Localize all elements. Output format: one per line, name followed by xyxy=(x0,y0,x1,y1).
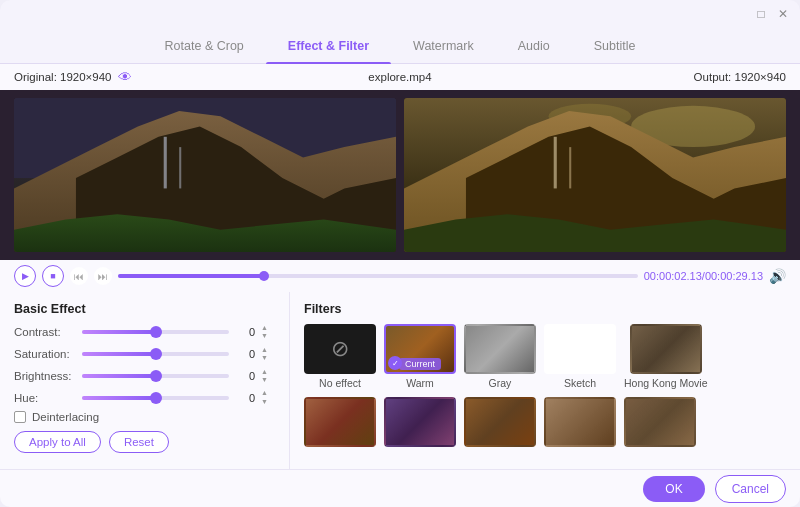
filter-thumb-sketch xyxy=(544,324,616,374)
filter-thumb-r3 xyxy=(384,397,456,447)
contrast-value: 0 xyxy=(235,326,255,338)
saturation-row: Saturation: 0 ▲▼ xyxy=(14,346,275,363)
ok-button[interactable]: OK xyxy=(643,476,704,502)
hue-slider[interactable] xyxy=(82,396,229,400)
saturation-value: 0 xyxy=(235,348,255,360)
filter-thumb-r4 xyxy=(464,397,536,447)
title-bar: □ ✕ xyxy=(0,0,800,28)
main-content: Basic Effect Contrast: 0 ▲▼ Saturation: … xyxy=(0,292,800,469)
filter-label-no-effect: No effect xyxy=(319,377,361,389)
reset-button[interactable]: Reset xyxy=(109,431,169,453)
contrast-row: Contrast: 0 ▲▼ xyxy=(14,324,275,341)
contrast-label: Contrast: xyxy=(14,326,76,338)
file-name: explore.mp4 xyxy=(368,71,431,83)
saturation-label: Saturation: xyxy=(14,348,76,360)
progress-fill xyxy=(118,274,264,278)
output-resolution: Output: 1920×940 xyxy=(694,71,786,83)
filter-warm[interactable]: ✓ Current Warm xyxy=(384,324,456,389)
original-info: Original: 1920×940 👁 xyxy=(14,69,132,85)
filter-thumb-warm: ✓ Current xyxy=(384,324,456,374)
filter-thumb-r2 xyxy=(304,397,376,447)
filters-grid: No effect ✓ Current Warm Gray Sketch Hon… xyxy=(304,324,786,450)
next-frame-button[interactable]: ⏭ xyxy=(94,267,112,285)
deinterlacing-row: Deinterlacing xyxy=(14,411,275,423)
svg-rect-16 xyxy=(569,147,571,188)
volume-icon[interactable]: 🔊 xyxy=(769,268,786,284)
hue-spinbox[interactable]: ▲▼ xyxy=(261,389,275,406)
stop-button[interactable]: ■ xyxy=(42,265,64,287)
window-controls: □ ✕ xyxy=(754,7,790,21)
svg-rect-7 xyxy=(179,147,181,188)
filter-thumb-gray xyxy=(464,324,536,374)
close-button[interactable]: ✕ xyxy=(776,7,790,21)
original-preview xyxy=(14,98,396,252)
deinterlacing-label: Deinterlacing xyxy=(32,411,99,423)
eye-icon[interactable]: 👁 xyxy=(118,69,132,85)
time-display: 00:00:02.13/00:00:29.13 xyxy=(644,270,763,282)
filter-hk-movie[interactable]: Hong Kong Movie xyxy=(624,324,707,389)
progress-thumb xyxy=(259,271,269,281)
filter-r4[interactable] xyxy=(464,397,536,450)
saturation-slider[interactable] xyxy=(82,352,229,356)
brightness-label: Brightness: xyxy=(14,370,76,382)
tab-subtitle[interactable]: Subtitle xyxy=(572,28,658,64)
filter-gray[interactable]: Gray xyxy=(464,324,536,389)
output-info: Output: 1920×940 xyxy=(694,71,786,83)
filter-r2[interactable] xyxy=(304,397,376,450)
output-preview xyxy=(404,98,786,252)
contrast-spinbox[interactable]: ▲▼ xyxy=(261,324,275,341)
filter-thumb-hk xyxy=(630,324,702,374)
filter-label-gray: Gray xyxy=(489,377,512,389)
minimize-button[interactable]: □ xyxy=(754,7,768,21)
right-panel: Filters No effect ✓ Current Warm Gray Sk… xyxy=(290,292,800,469)
filter-label-hk: Hong Kong Movie xyxy=(624,377,707,389)
tabs-bar: Rotate & Crop Effect & Filter Watermark … xyxy=(0,28,800,64)
original-resolution: Original: 1920×940 xyxy=(14,71,112,83)
basic-effect-title: Basic Effect xyxy=(14,302,275,316)
left-panel: Basic Effect Contrast: 0 ▲▼ Saturation: … xyxy=(0,292,290,469)
svg-rect-6 xyxy=(164,137,167,189)
svg-rect-15 xyxy=(554,137,557,189)
tab-rotate[interactable]: Rotate & Crop xyxy=(143,28,266,64)
bottom-buttons: Apply to All Reset xyxy=(14,431,275,453)
play-button[interactable]: ▶ xyxy=(14,265,36,287)
filters-title: Filters xyxy=(304,302,786,316)
contrast-slider[interactable] xyxy=(82,330,229,334)
brightness-slider[interactable] xyxy=(82,374,229,378)
preview-area xyxy=(0,90,800,260)
brightness-row: Brightness: 0 ▲▼ xyxy=(14,368,275,385)
info-bar: Original: 1920×940 👁 explore.mp4 Output:… xyxy=(0,64,800,90)
saturation-spinbox[interactable]: ▲▼ xyxy=(261,346,275,363)
filter-r6[interactable] xyxy=(624,397,696,450)
progress-bar[interactable] xyxy=(118,274,638,278)
tab-watermark[interactable]: Watermark xyxy=(391,28,496,64)
filter-r3[interactable] xyxy=(384,397,456,450)
filter-r5[interactable] xyxy=(544,397,616,450)
filter-thumb-r6 xyxy=(624,397,696,447)
prev-frame-button[interactable]: ⏮ xyxy=(70,267,88,285)
current-label: Current xyxy=(399,358,441,370)
cancel-button[interactable]: Cancel xyxy=(715,475,786,503)
filter-thumb-r5 xyxy=(544,397,616,447)
tab-audio[interactable]: Audio xyxy=(496,28,572,64)
apply-to-all-button[interactable]: Apply to All xyxy=(14,431,101,453)
brightness-value: 0 xyxy=(235,370,255,382)
filter-thumb-no-effect xyxy=(304,324,376,374)
deinterlacing-checkbox[interactable] xyxy=(14,411,26,423)
tab-effect[interactable]: Effect & Filter xyxy=(266,28,391,64)
footer-bar: OK Cancel xyxy=(0,469,800,507)
filter-label-warm: Warm xyxy=(406,377,434,389)
hue-value: 0 xyxy=(235,392,255,404)
filter-sketch[interactable]: Sketch xyxy=(544,324,616,389)
hue-label: Hue: xyxy=(14,392,76,404)
controls-bar: ▶ ■ ⏮ ⏭ 00:00:02.13/00:00:29.13 🔊 xyxy=(0,260,800,292)
brightness-spinbox[interactable]: ▲▼ xyxy=(261,368,275,385)
filter-label-sketch: Sketch xyxy=(564,377,596,389)
hue-row: Hue: 0 ▲▼ xyxy=(14,389,275,406)
filter-no-effect[interactable]: No effect xyxy=(304,324,376,389)
